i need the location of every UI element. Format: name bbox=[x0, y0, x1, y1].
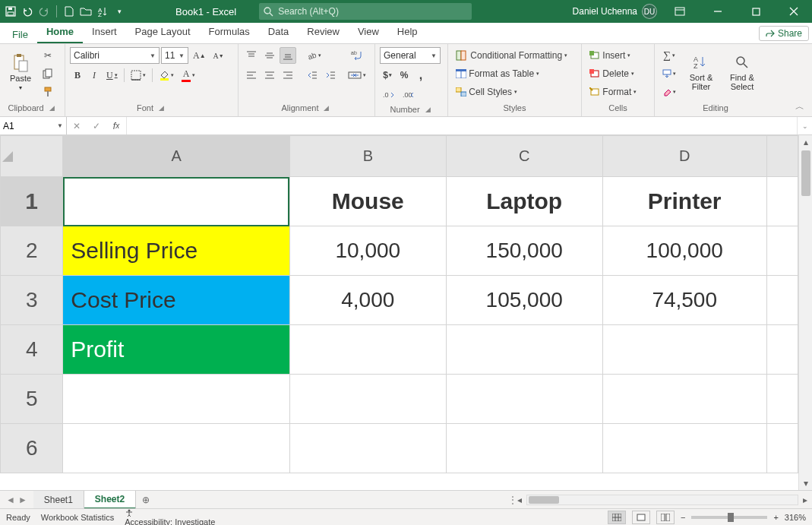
sort-filter-button[interactable]: AZ Sort & Filter bbox=[682, 47, 720, 97]
tab-data[interactable]: Data bbox=[259, 23, 298, 43]
align-left-button[interactable] bbox=[243, 67, 260, 84]
page-layout-view-button[interactable] bbox=[632, 511, 650, 524]
delete-cells-button[interactable]: Delete▾ bbox=[586, 65, 650, 82]
cell-B6[interactable] bbox=[289, 424, 446, 473]
orientation-button[interactable]: ab▾ bbox=[304, 47, 324, 64]
cell-styles-button[interactable]: Cell Styles▾ bbox=[453, 84, 577, 100]
cell-extra-6[interactable] bbox=[766, 424, 798, 473]
format-as-table-button[interactable]: Format as Table▾ bbox=[453, 65, 577, 82]
cell-A5[interactable] bbox=[63, 375, 290, 424]
percent-format-button[interactable]: % bbox=[397, 67, 412, 84]
zoom-knob[interactable] bbox=[728, 513, 734, 522]
col-header-A[interactable]: A bbox=[63, 136, 290, 177]
cell-B1[interactable]: Mouse bbox=[289, 177, 446, 226]
cell-B2[interactable]: 10,000 bbox=[289, 226, 446, 276]
zoom-in-button[interactable]: + bbox=[773, 513, 778, 522]
col-header-B[interactable]: B bbox=[289, 136, 446, 177]
align-center-button[interactable] bbox=[261, 67, 278, 84]
underline-button[interactable]: U▾ bbox=[103, 67, 121, 84]
vertical-scrollbar[interactable]: ▴ ▾ bbox=[798, 135, 812, 490]
share-button[interactable]: Share bbox=[759, 26, 809, 41]
sort-icon[interactable]: AZ bbox=[96, 5, 109, 17]
cell-B5[interactable] bbox=[289, 375, 446, 424]
sheet-tab-1[interactable]: Sheet1 bbox=[33, 491, 84, 509]
scroll-left-icon[interactable]: ◂ bbox=[513, 495, 526, 505]
cancel-formula-button[interactable]: ✕ bbox=[67, 118, 87, 134]
col-header-extra[interactable] bbox=[766, 136, 798, 177]
autosum-button[interactable]: ∑▾ bbox=[659, 47, 679, 64]
minimize-button[interactable] bbox=[703, 0, 733, 23]
cut-button[interactable]: ✂ bbox=[39, 47, 56, 64]
cell-D1[interactable]: Printer bbox=[602, 177, 766, 226]
cell-extra-3[interactable] bbox=[766, 276, 798, 325]
cell-extra-1[interactable] bbox=[766, 177, 798, 226]
scroll-down-icon[interactable]: ▾ bbox=[799, 476, 812, 490]
borders-button[interactable]: ▾ bbox=[128, 67, 149, 84]
zoom-out-button[interactable]: − bbox=[681, 513, 685, 522]
sheet-tab-2[interactable]: Sheet2 bbox=[84, 491, 136, 509]
horizontal-scrollbar[interactable]: ⋮ ◂ ▸ bbox=[508, 491, 812, 508]
ribbon-display-button[interactable] bbox=[665, 0, 695, 23]
cell-D6[interactable] bbox=[602, 424, 766, 473]
accounting-format-button[interactable]: $▾ bbox=[380, 67, 395, 84]
comma-format-button[interactable]: , bbox=[413, 67, 428, 84]
cell-D5[interactable] bbox=[602, 375, 766, 424]
maximize-button[interactable] bbox=[741, 0, 771, 23]
cell-D3[interactable]: 74,500 bbox=[602, 276, 766, 325]
scroll-right-icon[interactable]: ▸ bbox=[798, 495, 812, 505]
conditional-formatting-button[interactable]: Conditional Formatting▾ bbox=[453, 47, 577, 64]
row-header-1[interactable]: 1 bbox=[1, 177, 63, 226]
spreadsheet-grid[interactable]: A B C D 1 Mouse Laptop Printer 2 Selling… bbox=[0, 135, 798, 473]
align-bottom-button[interactable] bbox=[280, 47, 296, 64]
accessibility-button[interactable]: Accessibility: Investigate bbox=[125, 508, 215, 526]
cell-A1[interactable] bbox=[63, 177, 290, 226]
insert-cells-button[interactable]: Insert▾ bbox=[586, 47, 650, 64]
workbook-stats-button[interactable]: Workbook Statistics bbox=[41, 513, 114, 522]
search-input[interactable] bbox=[278, 6, 467, 17]
cell-A3[interactable]: Cost Price bbox=[63, 276, 290, 325]
tab-file[interactable]: File bbox=[3, 26, 37, 43]
close-button[interactable] bbox=[779, 0, 809, 23]
italic-button[interactable]: I bbox=[87, 67, 102, 84]
collapse-ribbon-button[interactable]: ︿ bbox=[791, 99, 809, 115]
decrease-font-button[interactable]: A▼ bbox=[210, 47, 227, 64]
zoom-level[interactable]: 316% bbox=[785, 513, 806, 522]
cell-C3[interactable]: 105,000 bbox=[446, 276, 602, 325]
cell-extra-4[interactable] bbox=[766, 325, 798, 375]
font-size-combo[interactable]: 11▼ bbox=[161, 47, 188, 64]
user-account[interactable]: Daniel Uchenna DU bbox=[573, 4, 657, 19]
cell-C1[interactable]: Laptop bbox=[446, 177, 602, 226]
hscroll-thumb[interactable] bbox=[529, 496, 559, 504]
zoom-slider[interactable] bbox=[691, 516, 767, 519]
wrap-text-button[interactable]: ab bbox=[345, 47, 369, 64]
increase-indent-button[interactable] bbox=[322, 67, 339, 84]
chevron-down-icon[interactable]: ▼ bbox=[57, 122, 63, 129]
cell-C6[interactable] bbox=[446, 424, 602, 473]
tab-home[interactable]: Home bbox=[37, 23, 83, 43]
cell-C4[interactable] bbox=[446, 325, 602, 375]
alignment-launcher[interactable]: ◢ bbox=[321, 103, 331, 112]
cell-A4[interactable]: Profit bbox=[63, 325, 290, 375]
prev-sheet-button[interactable]: ◄ bbox=[6, 495, 15, 505]
tab-view[interactable]: View bbox=[349, 23, 388, 43]
cell-B4[interactable] bbox=[289, 325, 446, 375]
fill-button[interactable]: ▾ bbox=[659, 65, 679, 82]
clipboard-launcher[interactable]: ◢ bbox=[47, 103, 57, 112]
font-name-combo[interactable]: Calibri▼ bbox=[70, 47, 160, 64]
cell-extra-5[interactable] bbox=[766, 375, 798, 424]
name-box[interactable]: ▼ bbox=[0, 117, 67, 134]
redo-icon[interactable] bbox=[38, 5, 50, 17]
font-launcher[interactable]: ◢ bbox=[156, 103, 166, 112]
paste-button[interactable]: Paste ▾ bbox=[5, 47, 36, 97]
align-middle-button[interactable] bbox=[261, 47, 278, 64]
col-header-D[interactable]: D bbox=[602, 136, 766, 177]
align-top-button[interactable] bbox=[243, 47, 260, 64]
new-sheet-button[interactable]: ⊕ bbox=[136, 495, 156, 505]
row-header-5[interactable]: 5 bbox=[1, 375, 63, 424]
merge-center-button[interactable]: ▾ bbox=[345, 67, 369, 84]
copy-button[interactable] bbox=[39, 65, 56, 82]
row-header-2[interactable]: 2 bbox=[1, 226, 63, 276]
scroll-thumb[interactable] bbox=[801, 150, 810, 196]
cell-D2[interactable]: 100,000 bbox=[602, 226, 766, 276]
tab-page-layout[interactable]: Page Layout bbox=[126, 23, 200, 43]
